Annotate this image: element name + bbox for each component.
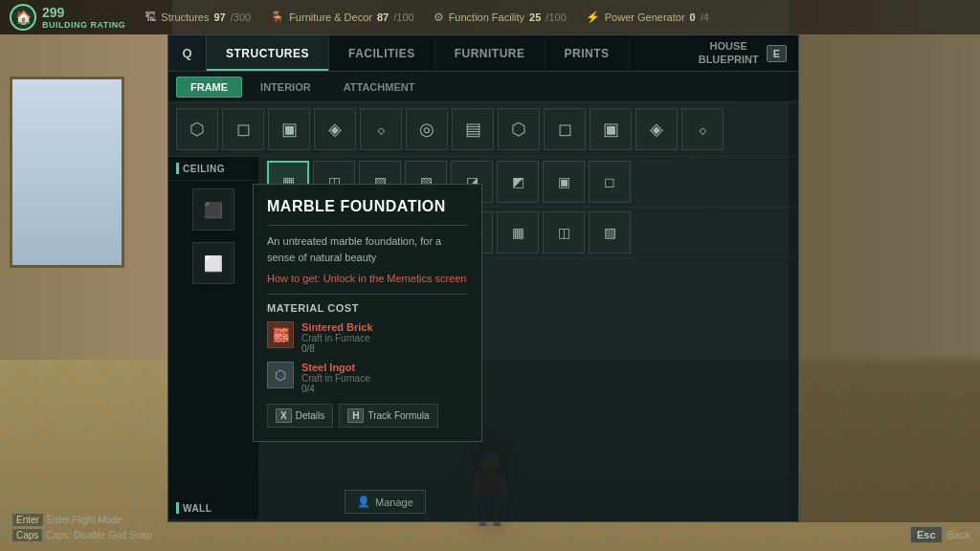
tooltip-divider-2 — [267, 294, 468, 295]
power-label: Power Generator — [605, 11, 685, 23]
hud-bottom: Enter Enter Flight Mode Caps Caps: Disab… — [0, 505, 163, 551]
rating-number: 299 — [42, 5, 125, 20]
furniture-limit: /100 — [393, 11, 413, 23]
bg-window — [10, 77, 124, 268]
grid-snap-label: Caps: Disable Grid Snap — [46, 530, 151, 540]
esc-back[interactable]: Esc Back — [910, 526, 970, 543]
stat-furniture: 🪑 Furniture & Decor 87 /100 — [270, 11, 413, 24]
tab-facilities[interactable]: FACILITIES — [329, 35, 435, 71]
stat-power: ⚡ Power Generator 0 /4 — [586, 11, 709, 24]
item-7[interactable]: ▣ — [543, 161, 585, 203]
power-limit: /4 — [701, 11, 709, 23]
track-label: Track Formula — [368, 410, 429, 421]
tooltip-unlock: How to get: Unlock in the Memetics scree… — [267, 273, 468, 284]
brick-icon: 🧱 — [267, 321, 294, 348]
grid-icon-6[interactable]: ◎ — [406, 108, 448, 150]
cost-item-brick: 🧱 Sintered Brick Craft in Furnace 0/8 — [267, 321, 468, 354]
manage-button[interactable]: 👤 Manage — [345, 490, 426, 514]
grid-icon-12[interactable]: ⬦ — [681, 108, 724, 150]
tab-furniture-label: FURNITURE — [455, 47, 525, 60]
details-label: Details — [296, 410, 325, 421]
steel-craft: Craft in Furnace — [301, 373, 370, 384]
details-key: X — [276, 408, 292, 423]
tab-attachment[interactable]: ATTACHMENT — [329, 77, 430, 98]
cost-steel-details: Steel Ingot Craft in Furnace 0/4 — [301, 362, 370, 394]
item-r2-6[interactable]: ▦ — [497, 211, 539, 253]
brick-name: Sintered Brick — [301, 321, 373, 333]
tab-frame[interactable]: FRAME — [176, 77, 242, 98]
wall-label-text: WALL — [183, 503, 212, 514]
tab-q-key[interactable]: Q — [168, 35, 207, 71]
tab-frame-label: FRAME — [190, 81, 228, 93]
tab-facilities-label: FACILITIES — [348, 47, 415, 60]
steel-name: Steel Ingot — [301, 362, 370, 373]
facility-label: Function Facility — [449, 11, 524, 23]
e-key-badge: E — [767, 45, 787, 62]
tooltip-title: MARBLE FOUNDATION — [267, 198, 468, 215]
building-icon: 🏠 — [10, 4, 36, 31]
power-value: 0 — [690, 11, 696, 23]
flight-mode-label: Enter Flight Mode — [47, 515, 122, 525]
tab-structures[interactable]: STRUCTURES — [207, 35, 329, 71]
ceiling-icons: ⬛ ⬜ — [168, 181, 258, 292]
tab-bar-top: Q STRUCTURES FACILITIES FURNITURE PRINTS… — [168, 35, 798, 72]
tooltip-divider-1 — [267, 225, 468, 226]
tab-top-right: HOUSE BLUEPRINT E — [687, 35, 798, 71]
hud-top-bar: 🏠 299 BUILDING RATING 🏗 Structures 97 /3… — [0, 0, 980, 34]
tooltip-unlock-text: How to get: Unlock in the Memetics scree… — [267, 273, 466, 284]
facility-value: 25 — [529, 11, 541, 23]
wall-section-label: WALL — [168, 496, 258, 520]
grid-icon-8[interactable]: ⬡ — [498, 108, 540, 150]
brick-craft: Craft in Furnace — [301, 333, 373, 343]
stat-structures: 🏗 Structures 97 /300 — [145, 11, 251, 24]
facility-icon: ⚙ — [434, 11, 444, 24]
grid-icon-5[interactable]: ⬦ — [360, 108, 402, 150]
grid-icon-4[interactable]: ◈ — [314, 108, 356, 150]
furniture-label: Furniture & Decor — [289, 11, 372, 23]
left-section: CEILING ⬛ ⬜ WALL — [168, 157, 259, 520]
details-button[interactable]: X Details — [267, 404, 333, 428]
building-rating: 🏠 299 BUILDING RATING — [10, 4, 125, 31]
brick-amount: 0/8 — [301, 343, 373, 354]
item-r2-8[interactable]: ▨ — [589, 211, 631, 253]
back-label: Back — [947, 529, 970, 540]
tab-interior-label: INTERIOR — [260, 81, 311, 93]
structures-label: Structures — [161, 11, 209, 23]
tooltip-actions: X Details H Track Formula — [267, 404, 468, 428]
tab-prints[interactable]: PRINTS — [546, 35, 630, 71]
track-formula-button[interactable]: H Track Formula — [339, 404, 437, 428]
enter-key: Enter — [11, 513, 44, 527]
structures-icon: 🏗 — [145, 11, 156, 24]
item-r2-7[interactable]: ◫ — [543, 211, 585, 253]
q-label: Q — [182, 46, 191, 60]
building-rating-value: 299 BUILDING RATING — [42, 5, 125, 30]
item-6[interactable]: ◩ — [497, 161, 539, 203]
grid-icon-1[interactable]: ⬡ — [176, 108, 218, 150]
tab-bar-sub: FRAME INTERIOR ATTACHMENT — [168, 72, 798, 102]
stat-facility: ⚙ Function Facility 25 /100 — [434, 11, 567, 24]
ceiling-icon-2[interactable]: ⬜ — [192, 242, 234, 284]
top-icon-row: ⬡ ◻ ▣ ◈ ⬦ ◎ ▤ ⬡ ◻ ▣ ◈ ⬦ — [168, 102, 798, 157]
rating-label: BUILDING RATING — [42, 20, 125, 30]
blueprint-label[interactable]: HOUSE BLUEPRINT — [699, 40, 759, 65]
cost-brick-details: Sintered Brick Craft in Furnace 0/8 — [301, 321, 373, 354]
tab-prints-label: PRINTS — [565, 47, 610, 60]
tab-structures-label: STRUCTURES — [226, 47, 309, 60]
grid-icon-9[interactable]: ◻ — [544, 108, 586, 150]
grid-snap-hint: Caps Caps: Disable Grid Snap — [11, 528, 151, 543]
item-8[interactable]: ◻ — [589, 161, 631, 203]
tab-interior[interactable]: INTERIOR — [246, 77, 325, 98]
tooltip-cost-title: MATERIAL COST — [267, 302, 468, 314]
flight-mode-hint: Enter Enter Flight Mode — [11, 513, 151, 528]
grid-icon-3[interactable]: ▣ — [268, 108, 310, 150]
grid-icon-10[interactable]: ▣ — [590, 108, 632, 150]
grid-icon-7[interactable]: ▤ — [452, 108, 494, 150]
tab-furniture[interactable]: FURNITURE — [435, 35, 546, 71]
grid-icon-11[interactable]: ◈ — [635, 108, 678, 150]
wall-bar — [176, 502, 179, 514]
facility-limit: /100 — [546, 11, 566, 23]
structures-limit: /300 — [231, 11, 251, 23]
grid-icon-2[interactable]: ◻ — [222, 108, 264, 150]
ceiling-icon-1[interactable]: ⬛ — [192, 188, 234, 231]
ceiling-bar — [176, 163, 179, 174]
